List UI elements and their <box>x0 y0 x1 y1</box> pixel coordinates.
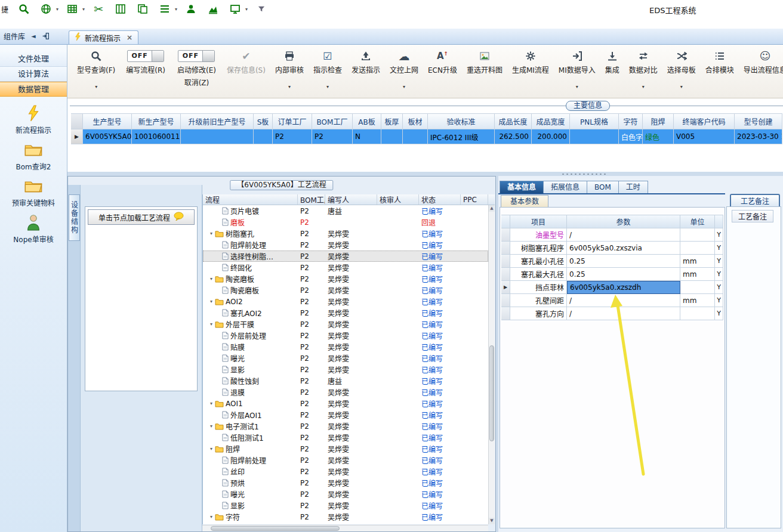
param-value-cell[interactable]: 6v005yk5a0.zxszvia <box>567 242 680 255</box>
process-row-18[interactable]: 外层AOI1P2吴烨雯已编写 <box>203 409 488 420</box>
param-item-cell[interactable]: 塞孔最小孔径 <box>510 255 567 268</box>
param-unit-cell[interactable] <box>680 307 715 320</box>
tree-column-header-4[interactable]: 状态 <box>419 194 461 205</box>
ribbon-button-4[interactable]: ☁文控上网▾ <box>385 45 423 98</box>
process-name-cell[interactable]: ▾外层干膜 <box>203 319 298 329</box>
process-name-cell[interactable]: 退膜 <box>203 387 298 397</box>
grid-column-header-7[interactable]: 板厚 <box>381 113 403 129</box>
process-row-2[interactable]: ▾树脂塞孔P2吴烨雯已编写 <box>203 228 488 239</box>
process-name-cell[interactable]: 酸性蚀刻 <box>203 376 298 386</box>
start-modify-toggle[interactable]: OFF <box>178 50 215 62</box>
toolbar-globe-button[interactable] <box>38 2 54 16</box>
grid-cell-9[interactable]: IPC-6012 III级 <box>428 129 495 144</box>
tree-horizontal-scrollbar[interactable] <box>202 525 488 531</box>
collapse-left-icon[interactable]: ◄ <box>31 33 36 39</box>
tab-close-icon[interactable]: × <box>127 33 132 42</box>
process-row-7[interactable]: 陶瓷磨板P2吴烨雯已编写 <box>203 284 488 296</box>
tree-column-header-5[interactable]: PPC <box>461 194 488 205</box>
ribbon-button-8[interactable]: MI数据导入▾ <box>554 45 600 98</box>
process-row-27[interactable]: ▾字符P2吴烨雯已编写 <box>203 511 488 522</box>
process-name-cell[interactable]: ▾电子测试1 <box>203 421 298 431</box>
scroll-up-icon[interactable]: ▲ <box>489 205 495 212</box>
scrollbar-thumb[interactable] <box>489 345 494 441</box>
dropdown-caret-icon[interactable]: ▾ <box>576 84 578 90</box>
toolbar-copy-button[interactable] <box>134 2 151 16</box>
param-value-cell[interactable]: / <box>567 294 680 307</box>
grid-column-header-15[interactable]: 终端客户代码 <box>674 113 735 129</box>
param-value-cell[interactable]: 0.25 <box>567 255 680 268</box>
tree-column-header-0[interactable]: 流程 <box>203 194 298 205</box>
process-name-cell[interactable]: 终固化 <box>203 262 298 273</box>
param-value-cell[interactable]: / <box>567 228 680 242</box>
scroll-down-icon[interactable]: ▼ <box>489 518 495 524</box>
process-row-25[interactable]: 曝光P2吴烨雯已编写 <box>203 488 488 500</box>
process-row-26[interactable]: 显影P2吴烨雯已编写 <box>203 500 488 511</box>
process-name-cell[interactable]: ▾陶瓷磨板 <box>203 274 298 284</box>
process-name-cell[interactable]: ▾阻焊 <box>203 444 298 454</box>
process-name-cell[interactable]: 显影 <box>203 364 298 375</box>
tree-toggle-icon[interactable]: ▾ <box>210 276 212 282</box>
process-name-cell[interactable]: ▾字符 <box>203 512 298 522</box>
process-name-cell[interactable]: 塞孔AOI2 <box>203 308 298 318</box>
ribbon-button-0[interactable]: ✔保存信息(S) <box>222 45 270 98</box>
process-row-3[interactable]: 阻焊前处理P2吴烨雯已编写 <box>203 239 488 250</box>
subtab-process-notes[interactable]: 工艺备注 <box>732 210 773 222</box>
toolbar-film-button[interactable] <box>112 2 129 16</box>
ribbon-button-3[interactable]: 发送指示 <box>347 45 385 98</box>
process-name-cell[interactable]: 阻焊前处理 <box>203 455 298 465</box>
tree-vertical-scrollbar[interactable]: ▲ ▼ <box>488 205 495 524</box>
param-item-cell[interactable]: 塞孔方向 <box>510 307 567 320</box>
process-name-cell[interactable]: 预烘 <box>203 478 298 488</box>
tree-column-header-2[interactable]: 编写人 <box>325 194 377 205</box>
param-row-0[interactable]: 油墨型号/Y <box>501 228 723 242</box>
toolbar-search-button[interactable] <box>16 2 32 16</box>
splitter-grip[interactable] <box>561 173 608 175</box>
process-name-cell[interactable]: ▾树脂塞孔 <box>203 228 298 239</box>
param-column-header-0[interactable]: 项目 <box>510 215 567 228</box>
grid-cell-7[interactable] <box>381 129 403 144</box>
param-item-cell[interactable]: 树脂塞孔程序 <box>510 242 567 255</box>
ribbon-button-10[interactable]: 数据对比▾ <box>624 45 662 98</box>
detail-tab-3[interactable]: 工时 <box>618 181 648 194</box>
process-row-8[interactable]: ▾AOI2P2吴烨雯已编写 <box>203 296 488 307</box>
grid-cell-5[interactable]: P2 <box>312 129 353 144</box>
param-unit-cell[interactable]: mm <box>680 255 715 268</box>
grid-column-header-3[interactable]: S板 <box>254 113 273 129</box>
ribbon-button-5[interactable]: A↑ECN升级 <box>423 45 462 98</box>
grid-column-header-14[interactable]: 阻焊 <box>643 113 674 129</box>
param-value-cell[interactable]: 6v005yk5a0.xzszdh <box>567 281 680 294</box>
process-row-1[interactable]: 磨板P2回退 <box>203 216 488 228</box>
grid-cell-15[interactable]: V005 <box>674 129 735 144</box>
param-unit-cell[interactable] <box>680 228 715 242</box>
grid-data-row[interactable]: ▶6V005YK5A010010600117832P2P2NIPC-6012 I… <box>71 129 783 144</box>
tab-process-notes[interactable]: 工艺备注 <box>730 194 780 206</box>
toolbar-window-caret-icon[interactable]: ▾ <box>245 7 248 12</box>
grid-cell-3[interactable] <box>254 129 273 144</box>
process-name-cell[interactable]: 外层前处理 <box>203 330 298 341</box>
param-item-cell[interactable]: 塞孔最大孔径 <box>510 268 567 281</box>
param-item-cell[interactable]: 孔壁间距 <box>510 294 567 307</box>
process-row-21[interactable]: ▾阻焊P2吴烨雯已编写 <box>203 443 488 454</box>
pin-panel-icon[interactable] <box>42 32 50 40</box>
ribbon-button-6[interactable]: 重选开料图 <box>462 45 507 98</box>
grid-column-header-10[interactable]: 成品长度 <box>495 113 532 129</box>
ribbon-button-13[interactable]: ☺导出流程信息 <box>739 45 783 98</box>
grid-column-header-8[interactable]: 板材 <box>403 113 428 129</box>
grid-cell-4[interactable]: P2 <box>273 129 312 144</box>
process-row-10[interactable]: ▾外层干膜P2吴烨雯已编写 <box>203 318 488 330</box>
process-row-19[interactable]: ▾电子测试1P2吴烨雯已编写 <box>203 420 488 432</box>
process-row-28[interactable]: 字符P2吴烨雯已编写 <box>203 522 488 524</box>
process-row-0[interactable]: 页片电镀P2唐益已编写 <box>203 205 488 216</box>
process-row-9[interactable]: 塞孔AOI2P2吴烨雯已编写 <box>203 307 488 318</box>
process-name-cell[interactable]: 曝光 <box>203 353 298 363</box>
process-row-24[interactable]: 预烘P2吴烨雯已编写 <box>203 477 488 488</box>
param-row-2[interactable]: 塞孔最小孔径0.25mmY <box>501 255 723 268</box>
param-unit-cell[interactable]: mm <box>680 268 715 281</box>
process-row-15[interactable]: 酸性蚀刻P2唐益已编写 <box>203 375 488 386</box>
param-column-header-1[interactable]: 参数 <box>567 215 680 228</box>
toolbar-menu-caret-icon[interactable]: ▾ <box>175 7 177 12</box>
sidebar-nav-0[interactable]: 文件处理 <box>0 52 67 67</box>
ribbon-button-7[interactable]: 生成MI流程 <box>507 45 554 98</box>
grid-cell-6[interactable]: N <box>353 129 381 144</box>
process-row-6[interactable]: ▾陶瓷磨板P2吴烨雯已编写 <box>203 273 488 284</box>
